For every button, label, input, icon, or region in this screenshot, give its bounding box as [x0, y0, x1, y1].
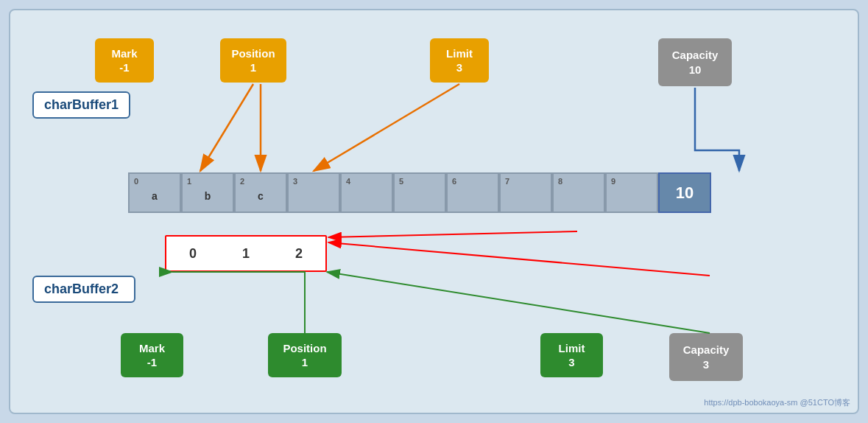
charbuffer1-label: charBuffer1 [32, 91, 130, 119]
buffer1-cell-9: 9 [605, 172, 658, 213]
buffer1-cell-1: 1b [181, 172, 234, 213]
limit-bottom-box: Limit 3 [540, 333, 603, 377]
svg-line-8 [327, 272, 710, 333]
buffer1-cell-4: 4 [340, 172, 393, 213]
buffer1-array: 0a1b2c345678910 [128, 172, 711, 213]
watermark: https://dpb-bobokaoya-sm @51CTO博客 [704, 397, 850, 408]
position-bottom-box: Position 1 [268, 333, 342, 377]
buffer2-index-box: 0 1 2 [165, 235, 327, 272]
capacity-top-box: Capacity 10 [658, 38, 732, 86]
buffer1-cell-0: 0a [128, 172, 181, 213]
charbuffer2-label: charBuffer2 [32, 276, 135, 303]
svg-line-4 [200, 84, 253, 171]
buffer1-cell-2: 2c [234, 172, 287, 213]
buffer1-cell-3: 3 [287, 172, 340, 213]
mark-top-box: Mark -1 [95, 38, 154, 83]
mark-bottom-box: Mark -1 [121, 333, 183, 377]
buffer1-cell-5: 5 [393, 172, 446, 213]
buffer1-cell-8: 8 [552, 172, 605, 213]
position-top-box: Position 1 [220, 38, 286, 83]
capacity-bottom-box: Capacity 3 [669, 333, 743, 381]
main-diagram: charBuffer1 Mark -1 Position 1 Limit 3 C… [9, 9, 859, 414]
limit-top-box: Limit 3 [430, 38, 489, 83]
buffer1-cell-6: 6 [446, 172, 499, 213]
svg-line-6 [314, 84, 459, 171]
buffer1-cell-7: 7 [499, 172, 552, 213]
svg-line-7 [328, 231, 577, 237]
svg-line-9 [328, 242, 710, 276]
buffer1-capacity-cell: 10 [658, 172, 711, 213]
